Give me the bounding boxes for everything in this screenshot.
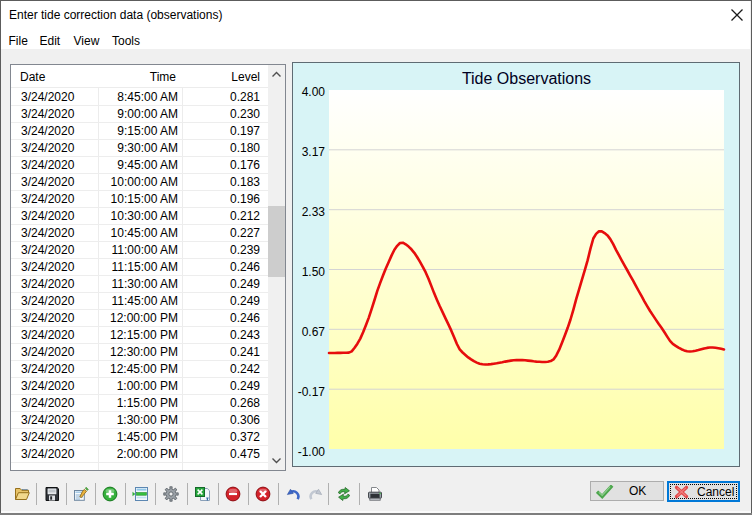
svg-text:1.50: 1.50 — [302, 265, 326, 279]
svg-text:-1.00: -1.00 — [298, 445, 326, 459]
svg-text:-0.17: -0.17 — [298, 385, 326, 399]
svg-text:2.33: 2.33 — [302, 205, 326, 219]
svg-text:0.67: 0.67 — [302, 325, 326, 339]
svg-text:4.00: 4.00 — [302, 85, 326, 99]
svg-text:Tide Observations: Tide Observations — [462, 70, 591, 87]
svg-text:3.17: 3.17 — [302, 145, 326, 159]
